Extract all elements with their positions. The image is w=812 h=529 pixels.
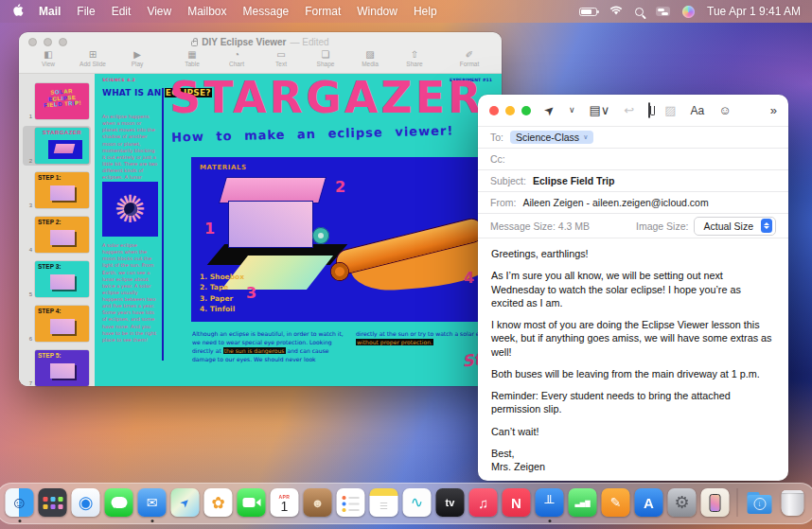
running-indicator bbox=[150, 520, 153, 522]
slide-thumbnail-4[interactable]: 4STEP 2: bbox=[23, 215, 91, 255]
wifi-icon[interactable] bbox=[609, 5, 623, 18]
cc-field[interactable]: Cc: bbox=[478, 148, 788, 169]
send-icon[interactable]: ➤ bbox=[541, 102, 557, 118]
menu-window[interactable]: Window bbox=[357, 5, 397, 18]
dock-contacts[interactable]: ☻ bbox=[304, 488, 332, 517]
slide-thumbnail-6[interactable]: 6STEP 4: bbox=[23, 304, 91, 344]
dock-mail[interactable]: ✉ bbox=[138, 488, 167, 517]
mail-window-controls bbox=[489, 106, 531, 115]
media-icon: ▨ bbox=[365, 49, 374, 60]
emoji-icon[interactable]: ☺ bbox=[718, 104, 731, 116]
toolbar-share-button[interactable]: ⇧Share bbox=[398, 49, 431, 67]
slide-thumbnail-3[interactable]: 3STEP 1: bbox=[23, 170, 91, 210]
slide-thumbnail-7[interactable]: 7STEP 5: bbox=[23, 348, 91, 386]
apple-menu[interactable] bbox=[11, 3, 24, 20]
from-value: Aileen Zeigen - aileen.zeigen@icloud.com bbox=[522, 197, 708, 208]
dock-keynote[interactable]: ╨ bbox=[536, 488, 564, 517]
toolbar-add-slide-button[interactable]: ⊞Add Slide bbox=[77, 49, 109, 67]
toolbar-format-button[interactable]: ✐Format bbox=[453, 49, 485, 67]
system-settings-icon: ⚙ bbox=[674, 494, 689, 511]
mail-compose-window: ➤∨▤∨↩▨Aa☺» To: Science-Class∨ Cc: Subjec… bbox=[478, 95, 788, 481]
menu-file[interactable]: File bbox=[77, 5, 95, 18]
battery-icon[interactable] bbox=[579, 8, 597, 16]
dock-system-settings[interactable]: ⚙ bbox=[668, 488, 697, 517]
menu-bar-clock[interactable]: Tue Apr 1 9:41 AM bbox=[707, 5, 801, 18]
close-button[interactable] bbox=[489, 106, 499, 115]
menu-message[interactable]: Message bbox=[243, 5, 290, 18]
dock-news[interactable]: N bbox=[503, 488, 531, 517]
menu-format[interactable]: Format bbox=[305, 5, 341, 18]
control-center-icon[interactable] bbox=[656, 7, 670, 16]
toolbar-text-button[interactable]: ▭Text bbox=[265, 49, 297, 67]
attach-icon[interactable] bbox=[648, 104, 650, 116]
subject-field[interactable]: Subject: Eclipse Field Trip bbox=[478, 169, 788, 191]
dock-maps[interactable]: ➤ bbox=[171, 488, 200, 517]
menu-mailbox[interactable]: Mailbox bbox=[187, 5, 226, 18]
toolbar-animate-button[interactable]: ◈Animate bbox=[498, 49, 502, 67]
dock-finder[interactable]: ☺ bbox=[6, 488, 34, 517]
slide-thumbnail-2[interactable]: 2STARGAZER bbox=[23, 126, 91, 166]
dock-apple-tv[interactable]: tv bbox=[436, 488, 465, 517]
dock-freeform[interactable]: ∿ bbox=[403, 488, 432, 517]
mail-body[interactable]: Greetings, earthlings!As I’m sure you al… bbox=[478, 238, 788, 481]
finder-icon: ☺ bbox=[11, 495, 27, 511]
dock-reminders[interactable] bbox=[337, 488, 365, 517]
dock-pages[interactable]: ✎ bbox=[602, 488, 630, 517]
minimize-button[interactable] bbox=[505, 106, 515, 115]
from-field[interactable]: From: Aileen Zeigen - aileen.zeigen@iclo… bbox=[478, 191, 788, 213]
app-store-icon: A bbox=[644, 496, 654, 510]
dock-calendar[interactable]: APR1 bbox=[271, 488, 299, 517]
menu-help[interactable]: Help bbox=[414, 5, 437, 18]
document-title: DIY Eclipse Viewer bbox=[202, 37, 286, 47]
dock-facetime[interactable] bbox=[238, 488, 266, 517]
mail-toolbar[interactable]: ➤∨▤∨↩▨Aa☺» bbox=[478, 95, 788, 126]
image-size-select[interactable]: Actual Size bbox=[694, 217, 776, 236]
edited-status: — Edited bbox=[291, 37, 329, 47]
toolbar-shape-button[interactable]: ❏Shape bbox=[309, 49, 342, 67]
toolbar-label: Table bbox=[185, 61, 200, 67]
header-fields-icon[interactable]: ▤∨ bbox=[590, 104, 610, 116]
slide-number: 4 bbox=[25, 247, 32, 253]
format-icon[interactable]: Aa bbox=[691, 105, 705, 116]
mail-body-paragraph: Both buses will be leaving from the main… bbox=[491, 367, 775, 380]
spotlight-icon[interactable] bbox=[635, 8, 644, 16]
text-icon: ▭ bbox=[276, 49, 285, 60]
dock-launchpad[interactable] bbox=[39, 488, 67, 517]
toolbar-view-button[interactable]: ◧View bbox=[32, 49, 64, 67]
play-icon: ▶ bbox=[133, 49, 141, 60]
dock-safari[interactable]: ◉ bbox=[72, 488, 100, 517]
dock-app-store[interactable]: A bbox=[635, 488, 663, 517]
slide-canvas[interactable]: SCIENCE 4.2 EXPERIMENT #11 WHAT IS AN EC… bbox=[95, 74, 502, 386]
zoom-button[interactable] bbox=[521, 106, 531, 115]
toolbar-play-button[interactable]: ▶Play bbox=[121, 49, 153, 67]
more-icon[interactable]: » bbox=[770, 104, 777, 116]
slide-thumb-label: STEP 2: bbox=[35, 217, 89, 225]
recipient-token[interactable]: Science-Class∨ bbox=[510, 131, 593, 144]
siri-icon[interactable] bbox=[682, 6, 695, 18]
safari-icon: ◉ bbox=[79, 494, 94, 511]
to-field[interactable]: To: Science-Class∨ bbox=[478, 126, 788, 148]
keynote-window: DIY Eclipse Viewer — Edited ◧View⊞Add Sl… bbox=[19, 32, 502, 386]
menu-mail[interactable]: Mail bbox=[39, 5, 61, 18]
slide-thumbnail-1[interactable]: 1SOLAR ECLIPSE FIELD TRIP! bbox=[23, 81, 91, 121]
dock-notes[interactable]: ☰ bbox=[370, 488, 398, 517]
shape-icon: ❏ bbox=[322, 49, 330, 60]
dock-music[interactable]: ♫ bbox=[469, 488, 498, 517]
toolbar-table-button[interactable]: ▦Table bbox=[176, 49, 208, 67]
menu-edit[interactable]: Edit bbox=[112, 5, 132, 18]
dock-photos[interactable]: ✿ bbox=[204, 488, 233, 517]
toolbar-chart-button[interactable]: ◔Chart bbox=[221, 49, 253, 67]
mail-body-paragraph: Best, Mrs. Zeigen bbox=[491, 447, 775, 474]
dock-numbers[interactable]: ▃▅▇ bbox=[569, 488, 597, 517]
image-size-label: Image Size: bbox=[636, 220, 688, 232]
dock-messages[interactable] bbox=[105, 488, 133, 517]
slide-thumbnail-5[interactable]: 5STEP 3: bbox=[23, 259, 91, 299]
desktop: MailFileEditViewMailboxMessageFormatWind… bbox=[0, 0, 812, 529]
dock-trash[interactable] bbox=[779, 488, 807, 517]
dock-downloads[interactable]: ↓ bbox=[746, 488, 774, 517]
toolbar-media-button[interactable]: ▨Media bbox=[354, 49, 386, 67]
keynote-titlebar[interactable]: DIY Eclipse Viewer — Edited bbox=[19, 32, 502, 48]
menu-view[interactable]: View bbox=[147, 5, 171, 18]
dock-iphone-mirroring[interactable] bbox=[701, 488, 730, 517]
send-options-chevron-icon[interactable]: ∨ bbox=[569, 106, 575, 115]
